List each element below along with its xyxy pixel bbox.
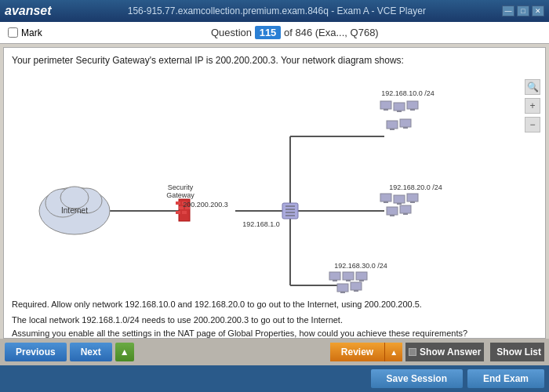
question-header: Mark Question 115 of 846 (Exa..., Q768) (0, 22, 549, 44)
svg-rect-56 (359, 280, 364, 281)
svg-rect-51 (329, 272, 340, 280)
svg-text:Internet: Internet (61, 206, 88, 215)
logo-text1: avan (5, 4, 33, 17)
review-button[interactable]: Review (330, 343, 384, 361)
question-total: of 846 (284, 27, 312, 38)
close-button[interactable]: ✕ (532, 5, 544, 16)
svg-rect-35 (387, 121, 398, 129)
svg-rect-19 (176, 211, 180, 214)
svg-rect-45 (410, 201, 415, 203)
svg-text:Gateway: Gateway (166, 191, 195, 199)
svg-text:Security: Security (168, 183, 194, 191)
search-icon[interactable]: 🔍 (525, 79, 540, 95)
svg-text:192.168.30.0 /24: 192.168.30.0 /24 (334, 262, 387, 270)
question-body: The local network 192.168.1.0/24 needs t… (12, 314, 537, 339)
window-controls[interactable]: — □ ✕ (502, 5, 544, 16)
svg-point-10 (60, 187, 89, 209)
show-answer-icon (409, 348, 416, 356)
bottom-actions: Save Session End Exam (0, 365, 549, 392)
svg-rect-30 (384, 109, 388, 111)
mark-label: Mark (21, 27, 42, 38)
svg-rect-33 (407, 101, 418, 109)
svg-rect-59 (351, 282, 362, 290)
show-list-button[interactable]: Show List (490, 343, 544, 361)
required-text: Required. Allow only network 192.168.10.… (12, 298, 537, 311)
svg-rect-48 (400, 205, 411, 213)
svg-rect-58 (340, 292, 345, 293)
next-button[interactable]: Next (70, 343, 112, 361)
zoom-out-icon[interactable]: − (525, 117, 540, 132)
svg-text:192.168.1.0: 192.168.1.0 (242, 220, 280, 228)
show-list-label: Show List (496, 347, 541, 358)
svg-rect-36 (390, 129, 394, 130)
zoom-in-icon[interactable]: + (525, 98, 540, 114)
minimize-button[interactable]: — (502, 5, 514, 16)
network-diagram: Internet Security Gateway 200.200.200.3 (24, 74, 525, 293)
svg-rect-55 (356, 272, 367, 280)
content-area: Your perimeter Security Gateway's extern… (3, 47, 546, 339)
svg-rect-37 (400, 119, 411, 127)
main-area: Mark Question 115 of 846 (Exa..., Q768) … (0, 22, 549, 392)
show-answer-label: Show Answer (420, 347, 481, 358)
svg-rect-22 (282, 203, 298, 219)
svg-text:192.168.20.0 /24: 192.168.20.0 /24 (389, 183, 442, 191)
window-title: 156-915.77.examcollection.premium.exam.8… (128, 5, 426, 16)
svg-rect-20 (182, 211, 187, 214)
app-logo: avanset (5, 4, 52, 18)
show-answer-button[interactable]: Show Answer (405, 343, 484, 361)
mark-section: Mark (8, 27, 42, 38)
review-dropdown-button[interactable]: ▲ (384, 343, 402, 361)
title-bar: avanset 156-915.77.examcollection.premiu… (0, 0, 549, 22)
svg-rect-40 (380, 194, 391, 201)
svg-rect-38 (403, 127, 408, 129)
save-session-button[interactable]: Save Session (371, 369, 463, 388)
question-info: Question 115 of 846 (Exa..., Q768) (49, 27, 541, 38)
svg-rect-60 (354, 290, 358, 292)
up-arrow-button[interactable]: ▲ (115, 343, 134, 361)
svg-rect-42 (394, 195, 405, 203)
logo-text2: set (33, 4, 51, 17)
svg-rect-54 (346, 280, 351, 281)
svg-rect-29 (380, 101, 391, 109)
svg-rect-52 (333, 280, 337, 281)
svg-rect-43 (397, 203, 402, 205)
question-label: Question (211, 27, 252, 38)
svg-rect-31 (394, 103, 405, 111)
svg-rect-41 (384, 201, 388, 203)
question-text: Your perimeter Security Gateway's extern… (12, 54, 537, 67)
review-group: Review ▲ (330, 343, 402, 361)
svg-rect-47 (390, 215, 394, 216)
svg-rect-53 (343, 272, 354, 280)
svg-rect-57 (337, 284, 348, 292)
question-ref: (Exa..., Q768) (315, 27, 379, 38)
end-exam-button[interactable]: End Exam (467, 369, 544, 388)
svg-rect-15 (176, 201, 180, 205)
sidebar-icons: 🔍 + − (525, 79, 540, 132)
question-number: 115 (255, 26, 282, 39)
svg-text:192.168.10.0 /24: 192.168.10.0 /24 (381, 89, 434, 97)
previous-button[interactable]: Previous (5, 343, 67, 361)
bottom-nav: Previous Next ▲ Review ▲ Show Answer Sho… (0, 339, 549, 365)
svg-text:200.200.200.3: 200.200.200.3 (183, 201, 228, 209)
svg-rect-32 (397, 111, 402, 112)
svg-rect-44 (407, 194, 418, 201)
svg-rect-49 (403, 213, 408, 215)
mark-checkbox[interactable] (8, 27, 18, 38)
svg-rect-46 (387, 207, 398, 215)
svg-rect-34 (410, 109, 415, 111)
maximize-button[interactable]: □ (517, 5, 529, 16)
